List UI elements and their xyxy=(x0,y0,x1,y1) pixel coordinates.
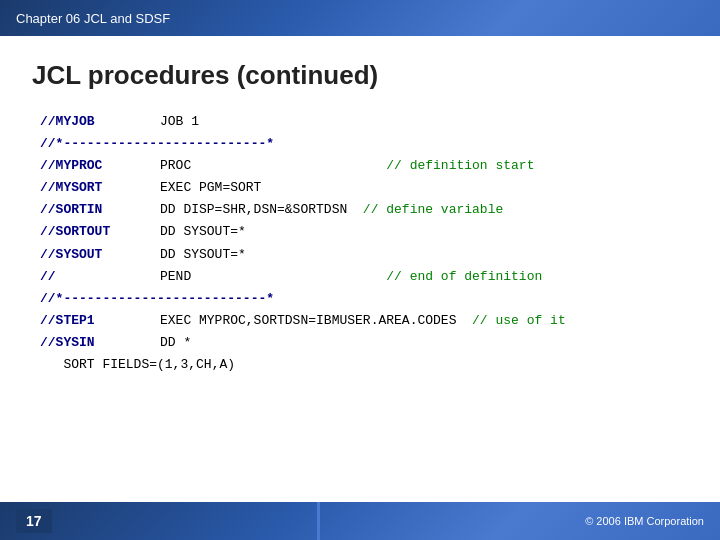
code-comment-step1: // use of it xyxy=(472,310,566,332)
code-line-divider2: //*--------------------------* xyxy=(40,288,688,310)
code-line-mysort: //MYSORT EXEC PGM=SORT xyxy=(40,177,688,199)
code-line-sortin: //SORTIN DD DISP=SHR,DSN=&SORTDSN // def… xyxy=(40,199,688,221)
code-label-sortout: //SORTOUT xyxy=(40,221,160,243)
code-value-pend: PEND xyxy=(160,266,386,288)
bottom-bar: 17 © 2006 IBM Corporation xyxy=(0,502,720,540)
header-bar: Chapter 06 JCL and SDSF xyxy=(0,0,720,36)
code-comment-sortin: // define variable xyxy=(363,199,503,221)
header-title: Chapter 06 JCL and SDSF xyxy=(16,11,170,26)
code-value-mysort: EXEC PGM=SORT xyxy=(160,177,261,199)
divider-line xyxy=(317,502,320,540)
code-label-myjob: //MYJOB xyxy=(40,111,160,133)
code-line-pend: // PEND // end of definition xyxy=(40,266,688,288)
code-label-div2: //*--------------------------* xyxy=(40,288,274,310)
code-label-step1: //STEP1 xyxy=(40,310,160,332)
code-label-sysin: //SYSIN xyxy=(40,332,160,354)
main-content: JCL procedures (continued) //MYJOB JOB 1… xyxy=(0,36,720,392)
code-value-sortout: DD SYSOUT=* xyxy=(160,221,246,243)
code-value-sysout: DD SYSOUT=* xyxy=(160,244,246,266)
code-line-myproc: //MYPROC PROC // definition start xyxy=(40,155,688,177)
code-label-pend: // xyxy=(40,266,160,288)
code-value-myjob: JOB 1 xyxy=(160,111,199,133)
code-line-divider1: //*--------------------------* xyxy=(40,133,688,155)
code-line-sysin: //SYSIN DD * xyxy=(40,332,688,354)
code-label-sysout: //SYSOUT xyxy=(40,244,160,266)
code-line-sort-fields: SORT FIELDS=(1,3,CH,A) xyxy=(40,354,688,376)
code-label-myproc: //MYPROC xyxy=(40,155,160,177)
page-title: JCL procedures (continued) xyxy=(32,60,688,91)
code-label-mysort: //MYSORT xyxy=(40,177,160,199)
code-line-step1: //STEP1 EXEC MYPROC,SORTDSN=IBMUSER.AREA… xyxy=(40,310,688,332)
code-value-myproc: PROC xyxy=(160,155,386,177)
code-value-sortin: DD DISP=SHR,DSN=&SORTDSN xyxy=(160,199,363,221)
code-line-sysout: //SYSOUT DD SYSOUT=* xyxy=(40,244,688,266)
code-line-1: //MYJOB JOB 1 xyxy=(40,111,688,133)
code-line-sortout: //SORTOUT DD SYSOUT=* xyxy=(40,221,688,243)
code-comment-myproc: // definition start xyxy=(386,155,534,177)
code-block: //MYJOB JOB 1 //*-----------------------… xyxy=(32,111,688,376)
code-value-sysin: DD * xyxy=(160,332,191,354)
copyright: © 2006 IBM Corporation xyxy=(585,515,704,527)
code-value-step1: EXEC MYPROC,SORTDSN=IBMUSER.AREA.CODES xyxy=(160,310,472,332)
slide-number: 17 xyxy=(16,509,52,533)
code-label-div1: //*--------------------------* xyxy=(40,133,274,155)
code-comment-pend: // end of definition xyxy=(386,266,542,288)
code-value-sort-fields: SORT FIELDS=(1,3,CH,A) xyxy=(40,354,235,376)
code-label-sortin: //SORTIN xyxy=(40,199,160,221)
